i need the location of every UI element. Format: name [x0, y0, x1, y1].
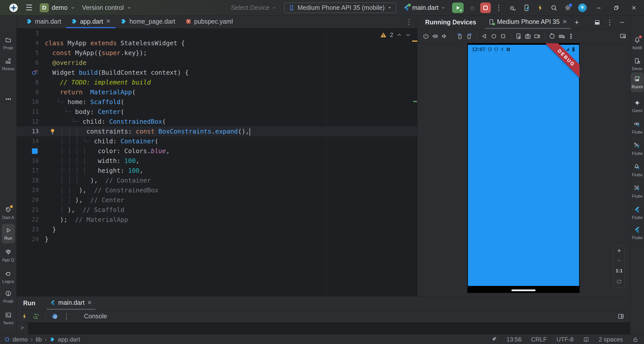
line-number[interactable]: 12: [17, 117, 39, 126]
console-output[interactable]: >: [17, 323, 630, 334]
tool-strip-item-Notifi[interactable]: Notifi: [630, 36, 644, 51]
code-line-15[interactable]: 15 │ │ │ │ color: Colors.blue,: [17, 146, 417, 156]
window-search-icon[interactable]: [620, 33, 626, 39]
code-line-23[interactable]: 23 }: [17, 225, 417, 234]
overview-icon[interactable]: [500, 33, 506, 39]
code-line-3[interactable]: 3: [17, 28, 417, 38]
tool-strip-item-Runni[interactable]: Runni: [630, 75, 644, 90]
tab-list-icon[interactable]: ⋮: [406, 18, 412, 26]
tool-strip-item-Logca[interactable]: Logca: [0, 269, 16, 284]
device-selector[interactable]: Medium Phone API 35 (mobile): [284, 3, 396, 13]
code-line-20[interactable]: 20 │ │ ), // Center: [17, 195, 417, 205]
close-tab-icon[interactable]: ✕: [562, 19, 567, 25]
debug-button[interactable]: [469, 4, 476, 11]
minimize-icon[interactable]: [596, 5, 602, 11]
tool-strip-item-Flutte[interactable]: Flutte: [630, 184, 644, 199]
code-line-5[interactable]: 5 const MyApp({super.key});: [17, 48, 417, 58]
hide-panel-icon[interactable]: [619, 19, 625, 25]
color-preview-chip[interactable]: [32, 148, 37, 154]
code-line-21[interactable]: 21 │ ), // Scaffold: [17, 205, 417, 215]
code-line-8[interactable]: 8 // TODO: implement build: [17, 77, 417, 87]
code-editor[interactable]: 34class MyApp extends StatelessWidget {5…: [17, 28, 417, 296]
device-settings-icon[interactable]: [515, 33, 522, 39]
next-warning-icon[interactable]: [405, 32, 411, 38]
line-number[interactable]: 14: [17, 136, 39, 146]
line-number[interactable]: 5: [17, 48, 39, 58]
main-menu-icon[interactable]: ☰: [26, 4, 33, 12]
code-line-10[interactable]: 10 └─ home: Scaffold(: [17, 97, 417, 107]
highlight-level-icon[interactable]: [583, 336, 589, 342]
layout-settings-icon[interactable]: [618, 313, 624, 320]
tool-strip-item-Flutte[interactable]: Flutte: [630, 141, 644, 156]
console-label[interactable]: Console: [84, 313, 107, 320]
tool-strip-item-Resou[interactable]: Resou: [0, 57, 16, 71]
run-tab[interactable]: main.dart ✕: [47, 296, 96, 310]
line-number[interactable]: 16: [17, 156, 39, 166]
line-number[interactable]: 21: [17, 205, 39, 215]
tool-strip-item-Termi[interactable]: Termi: [0, 311, 16, 326]
unlock-icon[interactable]: [632, 336, 638, 342]
line-number[interactable]: 24: [17, 234, 39, 244]
rotate-left-icon[interactable]: [457, 33, 463, 39]
snapshots-icon[interactable]: [549, 33, 556, 39]
code-line-4[interactable]: 4class MyApp extends StatelessWidget {: [17, 38, 417, 48]
intention-bulb-icon[interactable]: [49, 128, 56, 135]
line-number[interactable]: 23: [17, 225, 39, 234]
zoom-out-button[interactable]: −: [617, 258, 621, 263]
fit-to-window-icon[interactable]: [616, 279, 622, 285]
override-method-icon[interactable]: [31, 69, 37, 76]
breadcrumb-project[interactable]: demo: [13, 336, 28, 343]
project-widget[interactable]: D demo: [40, 3, 75, 12]
editor-tab-home_page.dart[interactable]: home_page.dart: [115, 16, 180, 28]
prev-warning-icon[interactable]: [396, 32, 402, 38]
editor-tab-app.dart[interactable]: app.dart✕: [66, 16, 115, 28]
line-number[interactable]: 6: [17, 58, 39, 68]
more-icon[interactable]: [568, 33, 574, 39]
stop-button[interactable]: [480, 3, 491, 13]
avatar[interactable]: [578, 4, 587, 12]
emulator-display[interactable]: 12:07 3G DEBUG: [467, 43, 580, 293]
restore-icon[interactable]: [613, 5, 619, 11]
close-tab-icon[interactable]: ✕: [87, 299, 92, 306]
hot-restart-icon[interactable]: [33, 313, 39, 320]
editor-tab-pubspec.yaml[interactable]: pubspec.yaml: [180, 16, 238, 28]
tool-strip-item-Proje[interactable]: Proje: [0, 36, 16, 51]
code-line-9[interactable]: 9 return MaterialApp(: [17, 87, 417, 97]
search-icon[interactable]: [550, 4, 557, 11]
settings-icon[interactable]: [564, 4, 571, 11]
line-number[interactable]: 17: [17, 166, 39, 176]
breadcrumb-file[interactable]: app.dart: [58, 336, 80, 343]
code-line-22[interactable]: 22 ); // MaterialApp: [17, 215, 417, 225]
emulator-screen[interactable]: 12:07 3G: [468, 45, 579, 286]
line-separator[interactable]: CRLF: [531, 336, 547, 343]
run-button[interactable]: [452, 3, 464, 13]
line-number[interactable]: 22: [17, 215, 39, 225]
line-number[interactable]: 8: [17, 77, 39, 87]
line-number[interactable]: 20: [17, 195, 39, 205]
line-number[interactable]: 11: [17, 107, 39, 117]
scrollbar-warning-mark[interactable]: [412, 40, 417, 42]
home-icon[interactable]: [491, 33, 497, 39]
line-number[interactable]: 18: [17, 176, 39, 185]
line-number[interactable]: 13: [17, 126, 39, 136]
code-line-16[interactable]: 16 │ │ │ │ width: 100,: [17, 156, 417, 166]
tool-strip-item-Devic[interactable]: Devic: [630, 57, 644, 71]
inspections-widget[interactable]: 2: [380, 31, 411, 38]
code-line-19[interactable]: 19 │ │ ), // ConstrainedBox: [17, 185, 417, 195]
line-number[interactable]: 19: [17, 185, 39, 195]
indent-setting[interactable]: 2 spaces: [599, 336, 623, 343]
tool-strip-item-Probl[interactable]: Probl: [0, 289, 16, 304]
tool-strip-item-Gemi[interactable]: Gemi: [630, 99, 644, 113]
rotate-right-icon[interactable]: [466, 33, 472, 39]
tool-strip-item-Dart A[interactable]: Dart A: [0, 205, 16, 220]
vcs-menu[interactable]: Version control: [82, 4, 131, 11]
flutter-device-icon[interactable]: [523, 4, 530, 11]
screen-record-icon[interactable]: [534, 33, 540, 39]
actual-size-button[interactable]: 1:1: [616, 268, 622, 274]
dart-devtools-icon[interactable]: [52, 313, 58, 320]
code-line-14[interactable]: 14 │ │ │ └─ child: Container(: [17, 136, 417, 146]
code-line-18[interactable]: 18 │ │ │ ), // Container: [17, 176, 417, 185]
volume-down-icon[interactable]: [441, 33, 448, 39]
tool-strip-item-Flutte[interactable]: Flutte: [630, 205, 644, 220]
select-device-dropdown[interactable]: Select Device: [231, 4, 276, 11]
